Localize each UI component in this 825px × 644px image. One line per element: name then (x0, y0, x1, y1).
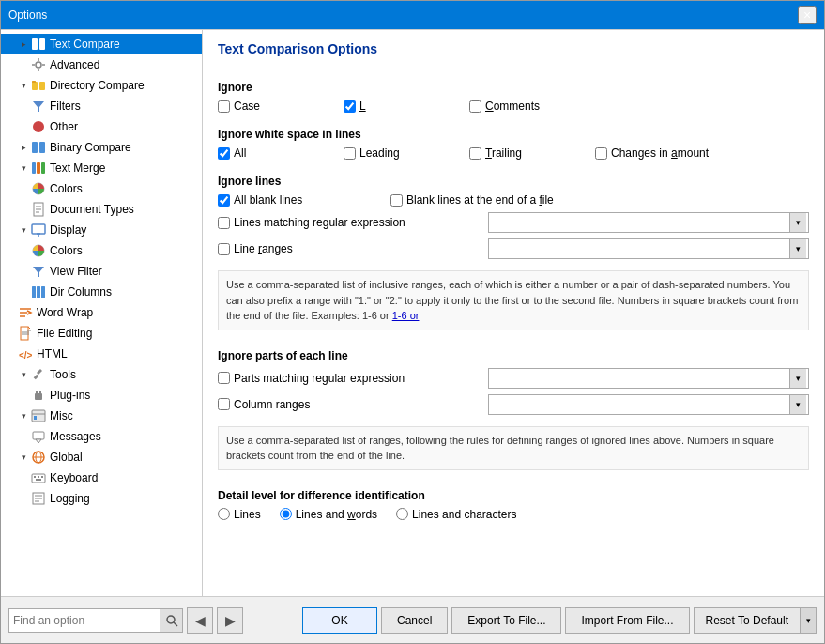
sidebar-item-global[interactable]: ▾ Global (1, 447, 202, 468)
plug-ins-icon (31, 388, 46, 403)
word-wrap-icon (18, 305, 33, 320)
keyboard-icon (31, 470, 46, 485)
radio-lines-chars[interactable] (396, 508, 408, 520)
linebreak-checkbox-item[interactable]: L (344, 100, 466, 113)
export-button[interactable]: Export To File... (451, 607, 561, 634)
parts-regex-checkbox-item[interactable]: Parts matching regular expression (218, 372, 481, 385)
line-ranges-checkbox-item[interactable]: Line ranges (218, 242, 481, 255)
comments-checkbox-item[interactable]: Comments (469, 100, 591, 113)
window-title: Options (8, 8, 47, 22)
cancel-button[interactable]: Cancel (381, 607, 448, 634)
sidebar-item-html[interactable]: </> HTML (1, 344, 202, 364)
linebreak-checkbox[interactable] (344, 100, 356, 113)
colors-display-icon (31, 243, 46, 258)
all-blank-checkbox-item[interactable]: All blank lines (218, 193, 387, 207)
radio-lines-chars-label: Lines and characters (412, 508, 516, 521)
sidebar-item-misc[interactable]: ▾ Misc (1, 406, 202, 426)
radio-lines-words-item[interactable]: Lines and words (280, 508, 377, 521)
radio-lines[interactable] (218, 508, 230, 520)
sidebar-item-view-filter[interactable]: View Filter (1, 261, 202, 282)
case-checkbox-item[interactable]: Case (218, 100, 340, 113)
parts-regex-combo-arrow[interactable]: ▾ (789, 369, 806, 388)
all-checkbox[interactable] (218, 147, 230, 160)
leading-checkbox-item[interactable]: Leading (344, 146, 466, 160)
trailing-checkbox-item[interactable]: Trailing (469, 146, 591, 160)
whitespace-section-header: Ignore white space in lines (218, 128, 809, 141)
sidebar-item-keyboard[interactable]: Keyboard (1, 468, 202, 488)
reset-button[interactable]: Reset To Default (694, 607, 801, 634)
regex-label: Lines matching regular expression (234, 216, 405, 229)
whitespace-row: All Leading Trailing Changes in amount (218, 146, 809, 160)
regex-combo[interactable]: ▾ (488, 212, 809, 233)
regex-combo-arrow[interactable]: ▾ (789, 213, 806, 232)
parts-regex-combo[interactable]: ▾ (488, 368, 809, 389)
display-expand-icon: ▾ (18, 224, 29, 236)
sidebar-item-tools[interactable]: ▾ Tools (1, 364, 202, 385)
line-ranges-checkbox[interactable] (218, 243, 230, 255)
sidebar-item-logging[interactable]: Logging (1, 488, 202, 509)
sidebar-label-view-filter: View Filter (50, 263, 102, 280)
import-button[interactable]: Import From File... (565, 607, 689, 634)
reset-arrow-button[interactable]: ▾ (800, 607, 817, 634)
radio-lines-chars-item[interactable]: Lines and characters (396, 508, 516, 521)
title-bar: Options × (1, 1, 824, 29)
svg-rect-16 (41, 162, 45, 174)
nav-back-button[interactable]: ◀ (187, 607, 213, 634)
sidebar-item-word-wrap[interactable]: Word Wrap (1, 302, 202, 323)
search-button[interactable] (160, 609, 182, 632)
close-button[interactable]: × (798, 6, 817, 24)
changes-amount-checkbox-item[interactable]: Changes in amount (595, 146, 745, 160)
all-label: All (234, 146, 246, 160)
sidebar-item-document-types[interactable]: Document Types (1, 199, 202, 220)
sidebar-item-directory-compare[interactable]: ▾ Directory Compare (1, 75, 202, 96)
sidebar-label-binary-compare: Binary Compare (50, 139, 131, 156)
leading-checkbox[interactable] (344, 147, 356, 160)
case-checkbox[interactable] (218, 100, 230, 113)
blank-lines-end-checkbox-item[interactable]: Blank lines at the end of a file (390, 193, 597, 207)
sidebar-item-advanced[interactable]: Advanced (1, 54, 202, 75)
comments-checkbox[interactable] (469, 100, 481, 113)
all-blank-checkbox[interactable] (218, 194, 230, 207)
file-editing-icon (18, 326, 33, 341)
sidebar-item-plug-ins[interactable]: Plug-ins (1, 385, 202, 406)
blank-lines-end-checkbox[interactable] (390, 194, 403, 207)
ok-button[interactable]: OK (302, 607, 377, 634)
sidebar-item-colors-display[interactable]: Colors (1, 240, 202, 261)
svg-rect-13 (39, 142, 45, 153)
sidebar-item-filters[interactable]: Filters (1, 96, 202, 116)
search-input[interactable] (9, 609, 160, 632)
sidebar-item-display[interactable]: ▾ Display (1, 220, 202, 240)
ignore-lines-header: Ignore lines (218, 175, 809, 188)
example-link[interactable]: 1-6 or (392, 310, 420, 321)
main-content: ▸ Text Compare Advanced ▾ Directory Comp… (1, 29, 824, 596)
bottom-bar: ◀ ▶ OK Cancel Export To File... Import F… (1, 596, 824, 643)
sidebar-item-messages[interactable]: Messages (1, 426, 202, 447)
radio-lines-words[interactable] (280, 508, 292, 520)
sidebar-item-binary-compare[interactable]: ▸ Binary Compare (1, 137, 202, 158)
changes-amount-label: Changes in amount (611, 146, 709, 160)
line-ranges-combo[interactable]: ▾ (488, 238, 809, 259)
sidebar-item-colors[interactable]: Colors (1, 178, 202, 199)
all-checkbox-item[interactable]: All (218, 146, 340, 160)
sidebar-item-text-merge[interactable]: ▾ Text Merge (1, 158, 202, 178)
sidebar-item-other[interactable]: Other (1, 116, 202, 137)
nav-forward-button[interactable]: ▶ (217, 607, 243, 634)
sidebar-item-text-compare[interactable]: ▸ Text Compare (1, 34, 202, 54)
sidebar-item-file-editing[interactable]: File Editing (1, 323, 202, 344)
regex-checkbox-item[interactable]: Lines matching regular expression (218, 216, 481, 229)
regex-checkbox[interactable] (218, 217, 230, 229)
column-ranges-checkbox-item[interactable]: Column ranges (218, 398, 481, 411)
line-ranges-combo-arrow[interactable]: ▾ (789, 239, 806, 258)
column-ranges-checkbox[interactable] (218, 398, 230, 410)
parts-regex-checkbox[interactable] (218, 372, 230, 384)
svg-point-58 (167, 616, 175, 623)
column-ranges-combo[interactable]: ▾ (488, 394, 809, 415)
sidebar-item-dir-columns[interactable]: Dir Columns (1, 282, 202, 302)
trailing-checkbox[interactable] (469, 147, 481, 160)
changes-amount-checkbox[interactable] (595, 147, 607, 160)
radio-lines-item[interactable]: Lines (218, 508, 261, 521)
column-ranges-combo-arrow[interactable]: ▾ (789, 395, 806, 414)
svg-rect-51 (38, 476, 39, 478)
all-blank-label: All blank lines (234, 193, 302, 207)
sidebar-label-global: Global (50, 449, 83, 466)
